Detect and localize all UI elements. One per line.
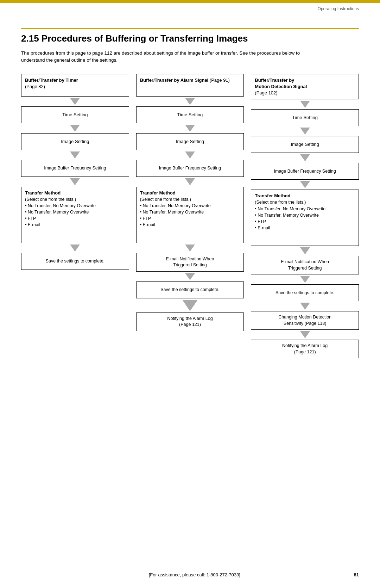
arrow-7-col2-large [182,300,198,311]
arrow-5-col2 [185,245,195,252]
header-normal-alarm: (Page 91) [210,78,230,83]
arrow-3-col3 [300,154,310,161]
arrow-3-col2 [185,151,195,159]
transfer-options-col3: (Select one from the lists.) • No Transf… [255,199,325,231]
alarm-log-col2: Notifying the Alarm Log(Page 121) [136,312,244,331]
flow-column-alarm: Buffer/Transfer by Alarm Signal (Page 91… [136,74,244,359]
arrow-2-col2 [185,125,195,132]
arrow-5-col3 [300,247,310,254]
flowchart-grid: Buffer/Transfer by Timer(Page 82) Time S… [21,74,359,359]
header-bold-motion: Buffer/Transfer byMotion Detection Signa… [255,78,307,89]
transfer-options-col1: (Select one from the lists.) • No Transf… [25,196,96,228]
footer-assistance: [For assistance, please call: 1-800-272-… [35,572,354,577]
arrow-2-col3 [300,128,310,135]
arrow-1-col2 [185,98,195,105]
time-setting-col2: Time Setting [136,106,244,123]
save-col3: Save the settings to complete. [251,284,359,301]
header-normal-motion: (Page 102) [255,90,277,95]
section-title: 2.15 Procedures of Buffering or Transfer… [21,33,359,44]
header-box-timer: Buffer/Transfer by Timer(Page 82) [21,74,129,97]
transfer-bold-col3: Transfer Method [255,193,290,199]
save-col1: Save the settings to complete. [21,253,129,270]
header-normal-timer: (Page 82) [25,84,45,89]
page-footer: [For assistance, please call: 1-800-272-… [0,572,380,577]
arrow-1-col1 [70,98,80,105]
image-setting-col1: Image Setting [21,133,129,150]
arrow-1-col3 [300,101,310,108]
motion-sensitivity-col3: Changing Motion DetectionSensitivity (Pa… [251,311,359,330]
footer-spacer [21,572,35,577]
alarm-log-col3: Notifying the Alarm Log(Page 121) [251,340,359,358]
transfer-options-col2: (Select one from the lists.) • No Transf… [140,196,211,228]
flow-column-timer: Buffer/Transfer by Timer(Page 82) Time S… [21,74,129,359]
image-setting-col3: Image Setting [251,136,359,153]
header-box-motion: Buffer/Transfer byMotion Detection Signa… [251,74,359,100]
transfer-method-col2: Transfer Method (Select one from the lis… [136,187,244,243]
arrow-4-col2 [185,178,195,185]
transfer-bold-col1: Transfer Method [25,190,61,196]
time-setting-col1: Time Setting [21,106,129,123]
footer-page-number: 81 [354,572,359,577]
arrow-2-col1 [70,125,80,132]
save-col2: Save the settings to complete. [136,281,244,298]
arrow-8-col3 [300,331,310,338]
header-bar [0,0,380,3]
operating-instructions-label: Operating Instructions [318,6,359,11]
buffer-freq-col2: Image Buffer Frequency Setting [136,160,244,177]
arrow-3-col1 [70,151,80,159]
image-setting-col2: Image Setting [136,133,244,150]
email-notification-col2: E-mail Notification WhenTriggered Settin… [136,253,244,272]
buffer-freq-col1: Image Buffer Frequency Setting [21,160,129,177]
intro-text: The procedures from this page to page 11… [21,50,324,64]
transfer-method-col3: Transfer Method (Select one from the lis… [251,190,359,246]
email-notification-col3: E-mail Notification WhenTriggered Settin… [251,256,359,274]
arrow-4-col1 [70,178,80,185]
transfer-bold-col2: Transfer Method [140,190,176,196]
arrow-6-col2 [185,273,195,280]
top-rule [21,28,359,29]
header-bold-alarm: Buffer/Transfer by Alarm Signal [140,78,209,83]
header-box-alarm: Buffer/Transfer by Alarm Signal (Page 91… [136,74,244,97]
arrow-7-col3 [300,303,310,310]
arrow-4-col3 [300,181,310,188]
transfer-method-col1: Transfer Method (Select one from the lis… [21,187,129,243]
buffer-freq-col3: Image Buffer Frequency Setting [251,163,359,180]
flow-column-motion: Buffer/Transfer byMotion Detection Signa… [251,74,359,359]
time-setting-col3: Time Setting [251,109,359,126]
arrow-6-col3 [300,276,310,283]
arrow-5-col1 [70,245,80,252]
header-bold-timer: Buffer/Transfer by Timer [25,78,78,83]
